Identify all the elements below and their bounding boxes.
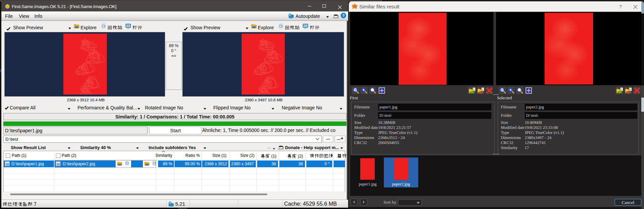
svg-text:?: ? <box>342 13 344 18</box>
